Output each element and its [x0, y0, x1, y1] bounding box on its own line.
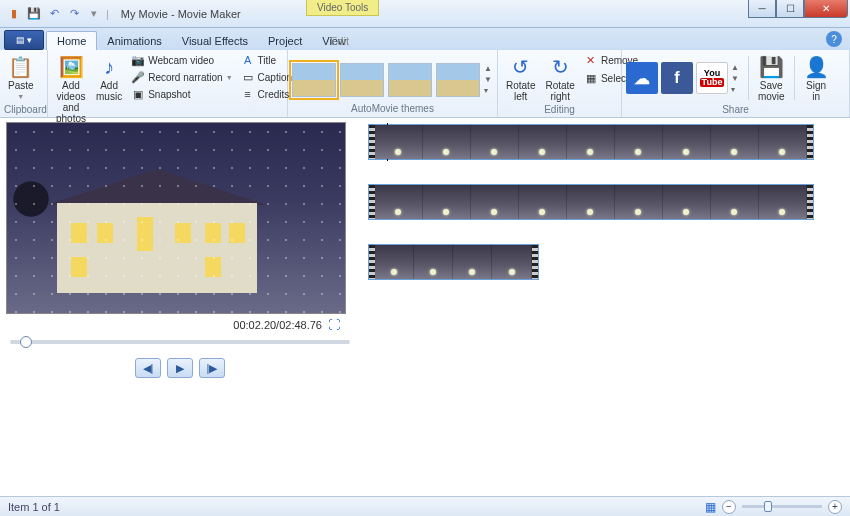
undo-icon[interactable]: ↶ [46, 6, 62, 22]
tab-edit[interactable]: Edit [320, 32, 359, 50]
play-button[interactable]: ▶ [167, 358, 193, 378]
rotate-left-icon: ↺ [512, 54, 529, 80]
group-label-editing: Editing [502, 104, 617, 116]
zoom-slider[interactable] [742, 505, 822, 508]
fullscreen-icon[interactable]: ⛶ [328, 318, 340, 332]
next-frame-button[interactable]: |▶ [199, 358, 225, 378]
credits-icon: ≡ [241, 87, 255, 101]
redo-icon[interactable]: ↷ [66, 6, 82, 22]
tab-project[interactable]: Project [258, 32, 312, 50]
snapshot-icon: ▣ [131, 87, 145, 101]
caption-icon: ▭ [241, 70, 255, 84]
rotate-right-icon: ↻ [552, 54, 569, 80]
remove-icon: ✕ [584, 53, 598, 67]
theme-thumbnail[interactable] [388, 63, 432, 97]
minimize-button[interactable]: ─ [748, 0, 776, 18]
sign-in-icon: 👤 [804, 54, 829, 80]
maximize-button[interactable]: ☐ [776, 0, 804, 18]
title-icon: A [241, 53, 255, 67]
facebook-button[interactable]: f [661, 62, 693, 94]
group-label-clipboard: Clipboard [4, 104, 43, 116]
tab-animations[interactable]: Animations [97, 32, 171, 50]
paste-button[interactable]: 📋 Paste ▼ [4, 52, 38, 104]
theme-thumbnail[interactable] [292, 63, 336, 97]
contextual-tab-label: Video Tools [306, 0, 379, 16]
chevron-down-icon: ▼ [17, 91, 24, 102]
timeline-clip[interactable] [368, 244, 539, 280]
rotate-left-button[interactable]: ↺ Rotate left [502, 52, 539, 104]
chevron-down-icon: ▼ [226, 74, 233, 81]
microphone-icon: 🎤 [131, 70, 145, 84]
main-area: 00:02.20/02:48.76 ⛶ ◀| ▶ |▶ [0, 118, 850, 496]
group-label-themes: AutoMovie themes [292, 103, 493, 115]
timeline-pane[interactable] [360, 118, 850, 496]
scroll-up-icon[interactable]: ▲ [731, 63, 739, 72]
window-title: My Movie - Movie Maker [121, 8, 241, 20]
scroll-down-icon[interactable]: ▼ [484, 75, 492, 84]
paste-label: Paste [8, 80, 34, 91]
webcam-icon: 📷 [131, 53, 145, 67]
snapshot-button[interactable]: ▣Snapshot [128, 86, 235, 102]
view-toggle-icon[interactable]: ▦ [705, 500, 716, 514]
add-music-button[interactable]: ♪ Add music [92, 52, 126, 104]
save-movie-icon: 💾 [759, 54, 784, 80]
timeline-clip[interactable] [368, 124, 814, 160]
expand-gallery-icon[interactable]: ▾ [484, 86, 492, 95]
add-music-label: Add music [96, 80, 122, 102]
record-narration-button[interactable]: 🎤Record narration▼ [128, 69, 235, 85]
select-all-icon: ▦ [584, 71, 598, 85]
title-bar: ▮ 💾 ↶ ↷ ▾ | My Movie - Movie Maker Video… [0, 0, 850, 28]
photo-video-icon: 🖼️ [59, 54, 84, 80]
video-preview[interactable] [6, 122, 346, 314]
save-movie-button[interactable]: 💾 Save movie [754, 52, 789, 104]
ribbon: 📋 Paste ▼ Clipboard 🖼️ Add videos and ph… [0, 50, 850, 118]
scroll-down-icon[interactable]: ▼ [731, 74, 739, 83]
file-menu-button[interactable]: ▤ ▾ [4, 30, 44, 50]
theme-thumbnail[interactable] [436, 63, 480, 97]
add-videos-label: Add videos and photos [56, 80, 86, 124]
close-button[interactable]: ✕ [804, 0, 848, 18]
seek-slider[interactable] [10, 340, 350, 344]
scroll-up-icon[interactable]: ▲ [484, 64, 492, 73]
webcam-button[interactable]: 📷Webcam video [128, 52, 235, 68]
status-text: Item 1 of 1 [8, 501, 60, 513]
help-icon[interactable]: ? [826, 31, 842, 47]
music-icon: ♪ [104, 54, 114, 80]
zoom-in-button[interactable]: + [828, 500, 842, 514]
prev-frame-button[interactable]: ◀| [135, 358, 161, 378]
qat-dropdown-icon[interactable]: ▾ [86, 6, 102, 22]
preview-pane: 00:02.20/02:48.76 ⛶ ◀| ▶ |▶ [0, 118, 360, 496]
clipboard-icon: 📋 [8, 54, 33, 80]
save-icon[interactable]: 💾 [26, 6, 42, 22]
tab-visual-effects[interactable]: Visual Effects [172, 32, 258, 50]
tab-home[interactable]: Home [46, 31, 97, 50]
status-bar: Item 1 of 1 ▦ − + [0, 496, 850, 516]
timecode-display: 00:02.20/02:48.76 [233, 319, 322, 331]
app-icon: ▮ [6, 6, 22, 22]
skydrive-button[interactable]: ☁ [626, 62, 658, 94]
add-videos-button[interactable]: 🖼️ Add videos and photos [52, 52, 90, 126]
youtube-button[interactable]: YouTube [696, 62, 728, 94]
rotate-right-button[interactable]: ↻ Rotate right [541, 52, 578, 104]
group-label-share: Share [626, 104, 845, 116]
ribbon-tabs: ▤ ▾ Home Animations Visual Effects Proje… [0, 28, 850, 50]
theme-thumbnail[interactable] [340, 63, 384, 97]
expand-gallery-icon[interactable]: ▾ [731, 85, 739, 94]
sign-in-button[interactable]: 👤 Sign in [800, 52, 833, 104]
zoom-out-button[interactable]: − [722, 500, 736, 514]
timeline-clip[interactable] [368, 184, 814, 220]
